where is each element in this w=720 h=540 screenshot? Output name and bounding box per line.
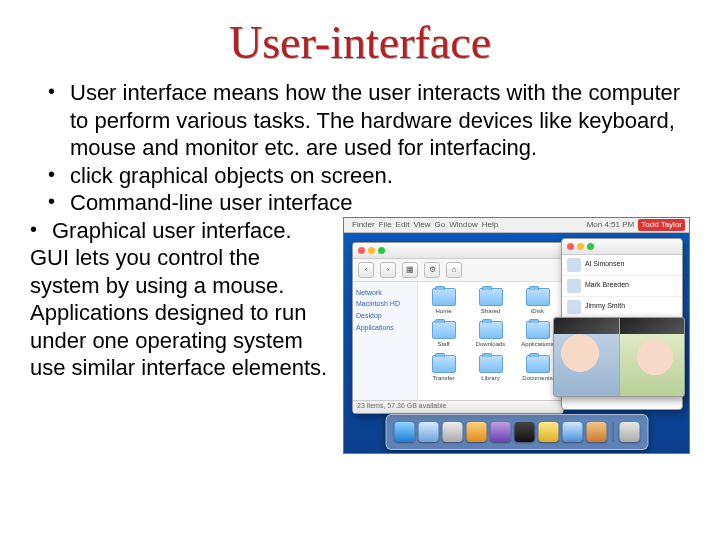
bullet-item: Graphical user interface. (30, 217, 335, 245)
sidebar-item: Macintosh HD (356, 300, 414, 309)
folder-icon (432, 355, 456, 373)
dock-app-icon (562, 422, 582, 442)
macos-screenshot: Finder File Edit View Go Window Help Mon… (343, 217, 690, 454)
home-icon: ⌂ (446, 262, 462, 278)
folder-item: Library (469, 355, 512, 383)
bullet-list: Graphical user interface. (30, 217, 335, 245)
folder-item: Staff (422, 321, 465, 349)
folder-item: Downloads (469, 321, 512, 349)
finder-sidebar: Network Macintosh HD Desktop Application… (353, 282, 418, 400)
menu-item: Help (482, 220, 498, 230)
slide-title: User-interface (30, 16, 690, 69)
bullet-item: User interface means how the user intera… (48, 79, 690, 162)
window-controls (353, 243, 563, 259)
menu-item: View (413, 220, 430, 230)
slide: User-interface User interface means how … (0, 0, 720, 540)
folder-icon (432, 288, 456, 306)
sidebar-item: Desktop (356, 312, 414, 321)
folder-label: Transfer (432, 375, 454, 383)
action-icon: ⚙ (424, 262, 440, 278)
buddy-item: Al Simonsen (562, 255, 682, 276)
folder-label: Library (481, 375, 499, 383)
folder-icon (526, 321, 550, 339)
folder-icon (526, 288, 550, 306)
dock-separator (612, 422, 613, 442)
buddy-item: Mark Breeden (562, 276, 682, 297)
folder-label: Downloads (476, 341, 506, 349)
dock-app-icon (586, 422, 606, 442)
slide-body: User interface means how the user intera… (30, 79, 690, 454)
zoom-icon (587, 243, 594, 250)
folder-icon (479, 355, 503, 373)
folder-label: Applications (521, 341, 553, 349)
folder-label: Home (435, 308, 451, 316)
folder-icon (432, 321, 456, 339)
close-icon (567, 243, 574, 250)
folder-label: Staff (437, 341, 449, 349)
window-controls (562, 239, 682, 255)
menu-item: Go (435, 220, 446, 230)
dock (385, 414, 648, 450)
view-icon: ▦ (402, 262, 418, 278)
bullet-item: click graphical objects on screen. (48, 162, 690, 190)
dock-trash-icon (619, 422, 639, 442)
finder-file-grid: Home Shared iDisk Staff Downloads Applic… (418, 282, 563, 400)
avatar-icon (567, 279, 581, 293)
video-face (554, 318, 619, 396)
menu-item: Window (449, 220, 477, 230)
buddy-name: Al Simonsen (585, 260, 624, 269)
close-icon (358, 247, 365, 254)
folder-item: Transfer (422, 355, 465, 383)
forward-icon: › (380, 262, 396, 278)
menubar-clock: Mon 4:51 PM (587, 220, 635, 230)
gui-paragraph: GUI lets you control the system by using… (30, 244, 335, 382)
folder-icon (526, 355, 550, 373)
minimize-icon (577, 243, 584, 250)
zoom-icon (378, 247, 385, 254)
folder-label: Documents (522, 375, 552, 383)
folder-label: iDisk (531, 308, 544, 316)
back-icon: ‹ (358, 262, 374, 278)
finder-statusbar: 23 items, 57.36 GB available (353, 400, 563, 413)
sidebar-item: Applications (356, 324, 414, 333)
bullet-list: User interface means how the user intera… (48, 79, 690, 217)
avatar-icon (567, 258, 581, 272)
menubar-user: Todd Taylor (638, 219, 685, 231)
folder-item: Shared (469, 288, 512, 316)
bullet-item: Command-line user interface (48, 189, 690, 217)
buddy-item: Jimmy Smith (562, 297, 682, 318)
menu-item: Edit (396, 220, 410, 230)
dock-imovie-icon (514, 422, 534, 442)
buddy-name: Jimmy Smith (585, 302, 625, 311)
menu-item: Finder (352, 220, 375, 230)
avatar-icon (567, 300, 581, 314)
dock-finder-icon (394, 422, 414, 442)
dock-itunes-icon (490, 422, 510, 442)
sidebar-item: Network (356, 289, 414, 298)
folder-item: Home (422, 288, 465, 316)
finder-window: ‹ › ▦ ⚙ ⌂ Network Macintosh HD Desktop (352, 242, 564, 414)
buddy-name: Mark Breeden (585, 281, 629, 290)
video-face (619, 318, 685, 396)
menubar: Finder File Edit View Go Window Help Mon… (344, 218, 689, 233)
folder-label: Shared (481, 308, 500, 316)
folder-icon (479, 321, 503, 339)
folder-item: iDisk (516, 288, 559, 316)
dock-safari-icon (418, 422, 438, 442)
menu-item: File (379, 220, 392, 230)
dock-iphoto-icon (538, 422, 558, 442)
video-chat-window (553, 317, 685, 397)
dock-ichat-icon (466, 422, 486, 442)
dock-mail-icon (442, 422, 462, 442)
minimize-icon (368, 247, 375, 254)
folder-icon (479, 288, 503, 306)
finder-toolbar: ‹ › ▦ ⚙ ⌂ (353, 259, 563, 282)
